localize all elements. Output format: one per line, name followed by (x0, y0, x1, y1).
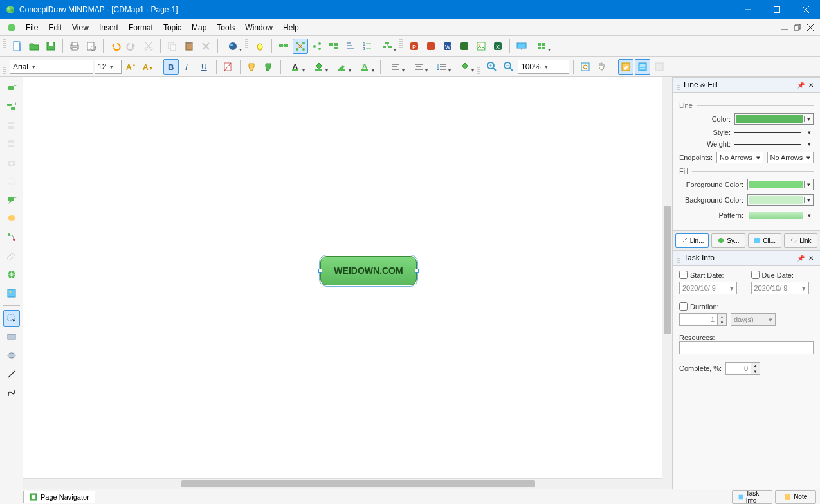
toolbar-grip-5[interactable] (477, 60, 480, 74)
scrollbar-vertical[interactable] (662, 77, 672, 478)
italic-button[interactable]: I (180, 59, 196, 75)
zoom-out-button[interactable] (501, 59, 516, 75)
fill-color-button[interactable] (308, 59, 330, 75)
toolbar-grip[interactable] (3, 39, 6, 53)
save-button[interactable] (43, 39, 59, 54)
print-button[interactable] (67, 39, 82, 54)
menu-insert[interactable]: Insert (94, 21, 123, 34)
select-tool-icon[interactable] (3, 310, 20, 327)
page-navigator-tab[interactable]: Page Navigator (23, 491, 95, 503)
fit-button[interactable] (578, 59, 593, 75)
sort-button[interactable] (343, 39, 358, 54)
due-date-checkbox[interactable] (751, 271, 760, 279)
clipart-icon[interactable] (3, 285, 20, 302)
font-size-combo[interactable]: 12▾ (95, 60, 122, 74)
copy-style-button[interactable] (244, 59, 260, 75)
menu-tools[interactable]: Tools (212, 21, 240, 34)
align-button[interactable] (385, 59, 406, 75)
minimize-button[interactable] (733, 0, 762, 19)
decrease-font-button[interactable]: A▼ (140, 59, 155, 75)
valign-button[interactable] (408, 59, 430, 75)
toolbar-grip-4[interactable] (3, 60, 6, 74)
complete-input[interactable] (725, 362, 751, 375)
scrollbar-horizontal[interactable] (23, 478, 662, 489)
toolbar-grip-3[interactable] (399, 39, 403, 53)
ellipse-tool-icon[interactable] (3, 347, 20, 364)
add-topic-button[interactable] (276, 39, 291, 54)
add-callout-button[interactable] (326, 39, 342, 54)
attachment-icon[interactable] (3, 248, 20, 264)
scrollbar-h-thumb[interactable] (181, 480, 535, 487)
scrollbar-v-thumb[interactable] (664, 206, 671, 334)
font-color-button[interactable]: A (285, 59, 307, 75)
edit-mode-button[interactable] (618, 59, 633, 75)
arrange-button[interactable] (376, 39, 398, 54)
status-note-tab[interactable]: Note (775, 490, 816, 504)
copy-button[interactable] (165, 39, 180, 54)
slideshow-button[interactable] (531, 39, 552, 54)
redo-button[interactable] (124, 39, 140, 54)
print-preview-button[interactable] (84, 39, 99, 54)
bold-button[interactable]: B (163, 59, 179, 75)
add-floating-button[interactable] (309, 39, 325, 54)
cut-button[interactable] (141, 39, 156, 54)
tab-line[interactable]: Lin... (675, 233, 709, 248)
menu-window[interactable]: Window (240, 21, 278, 34)
panel-close-icon[interactable]: ✕ (806, 80, 816, 90)
theme-button[interactable] (222, 39, 244, 54)
maximize-button[interactable] (762, 0, 791, 19)
main-topic[interactable]: WEIDOWN.COM (320, 256, 417, 285)
resize-handle-right[interactable] (415, 269, 419, 273)
increase-font-button[interactable]: A▲ (123, 59, 138, 75)
duration-checkbox[interactable] (679, 302, 688, 310)
clear-format-button[interactable] (221, 59, 236, 75)
delete-button[interactable] (198, 39, 214, 54)
pin-icon[interactable]: 📌 (796, 80, 806, 90)
add-subtopic-button[interactable] (293, 39, 308, 54)
start-date-input[interactable]: 2020/10/ 9▾ (679, 282, 737, 294)
resources-input[interactable] (679, 341, 814, 354)
line-color-button[interactable]: A (354, 59, 376, 75)
curve-tool-icon[interactable] (3, 384, 20, 401)
camera-icon[interactable] (3, 154, 20, 171)
duration-input[interactable] (679, 313, 718, 326)
mdi-system-icon[interactable] (6, 22, 17, 33)
export-ppt2-button[interactable] (423, 39, 439, 54)
task-close-icon[interactable]: ✕ (806, 253, 816, 263)
start-date-checkbox[interactable] (679, 271, 688, 279)
callout-icon[interactable]: + (3, 192, 20, 208)
task-info-header[interactable]: Task Info 📌 ✕ (673, 250, 820, 266)
paste-button[interactable] (181, 39, 197, 54)
export-proj-button[interactable] (457, 39, 472, 54)
outline-mode-button[interactable] (635, 59, 650, 75)
status-task-info-tab[interactable]: Task Info (732, 490, 773, 504)
mdi-close-button[interactable] (805, 22, 816, 33)
zoom-in-button[interactable] (484, 59, 500, 75)
style-dropdown[interactable]: ▾ (805, 129, 814, 136)
menu-format[interactable]: Format (123, 21, 158, 34)
presentation-button[interactable] (514, 39, 529, 54)
toolbar-grip-2[interactable] (245, 39, 248, 53)
numbering-button[interactable]: 12 (360, 39, 375, 54)
menu-topic[interactable]: Topic (158, 21, 187, 34)
canvas-area[interactable]: WEIDOWN.COM (23, 77, 672, 489)
add-sibling-icon[interactable] (3, 117, 20, 134)
add-before-icon[interactable] (3, 136, 20, 152)
line-color-swatch[interactable]: ▾ (734, 113, 814, 125)
tab-link[interactable]: Link (784, 233, 817, 248)
endpoint-end-combo[interactable]: No Arrows▾ (767, 152, 814, 163)
font-family-combo[interactable]: Arial▾ (10, 60, 93, 74)
undo-button[interactable] (107, 39, 123, 54)
open-button[interactable] (26, 39, 42, 54)
note-icon[interactable] (3, 210, 20, 227)
underline-button[interactable]: U (197, 59, 212, 75)
duration-unit-combo[interactable]: day(s)▾ (731, 313, 776, 326)
close-button[interactable] (791, 0, 820, 19)
menu-edit[interactable]: Edit (43, 21, 67, 34)
pattern-swatch[interactable]: ▾ (747, 210, 814, 221)
shape-button[interactable] (454, 59, 476, 75)
hyperlink-icon[interactable] (3, 266, 20, 283)
rect-tool-icon[interactable] (3, 328, 20, 345)
mdi-minimize-button[interactable] (779, 22, 790, 33)
export-ppt-button[interactable]: P (406, 39, 422, 54)
